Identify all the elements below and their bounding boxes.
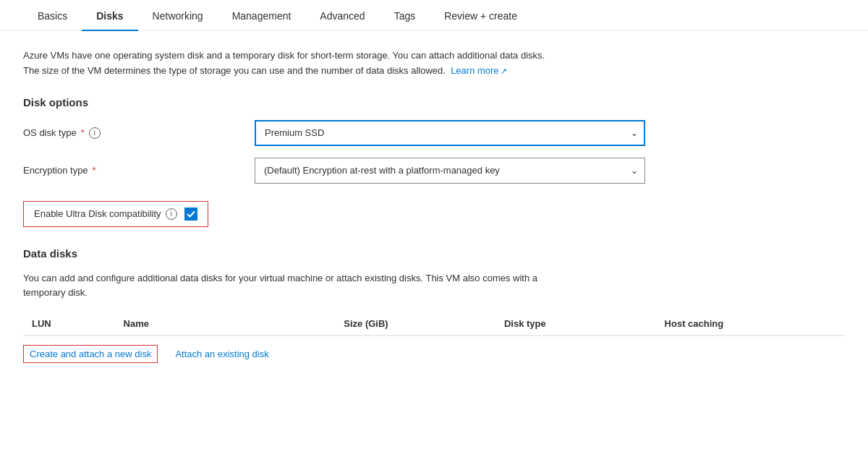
tab-disks[interactable]: Disks <box>82 0 137 30</box>
os-disk-type-select-wrapper: Premium SSD Standard SSD Standard HDD ⌄ <box>255 120 645 146</box>
col-lun: LUN <box>23 312 124 336</box>
col-host-caching: Host caching <box>665 312 845 336</box>
tab-review-create[interactable]: Review + create <box>430 0 532 30</box>
ultra-disk-row: Enable Ultra Disk compatibility i <box>23 201 208 227</box>
data-disks-header: Data disks <box>23 247 845 260</box>
attach-existing-disk-link[interactable]: Attach an existing disk <box>175 349 268 359</box>
learn-more-link[interactable]: Learn more↗ <box>451 65 506 76</box>
ultra-disk-checkbox[interactable] <box>184 208 197 221</box>
tab-basics[interactable]: Basics <box>23 0 82 30</box>
data-disks-section: Data disks You can add and configure add… <box>23 247 845 364</box>
data-disks-table: LUN Name Size (GiB) Disk type Host cachi… <box>23 312 845 336</box>
col-name: Name <box>124 312 344 336</box>
encryption-type-select-wrapper: (Default) Encryption at-rest with a plat… <box>255 158 645 184</box>
page-description: Azure VMs have one operating system disk… <box>23 48 819 79</box>
disk-options-header: Disk options <box>23 96 845 108</box>
description-line1: Azure VMs have one operating system disk… <box>23 50 545 61</box>
encryption-type-label: Encryption type * <box>23 165 255 176</box>
main-content: Azure VMs have one operating system disk… <box>0 31 868 395</box>
external-link-icon: ↗ <box>501 67 507 75</box>
os-disk-required-star: * <box>81 127 85 138</box>
ultra-disk-info-icon[interactable]: i <box>166 208 177 220</box>
data-disks-description: You can add and configure additional dat… <box>23 271 746 302</box>
os-disk-type-select[interactable]: Premium SSD Standard SSD Standard HDD <box>255 120 645 146</box>
os-disk-type-row: OS disk type * i Premium SSD Standard SS… <box>23 120 845 146</box>
col-disk-type: Disk type <box>504 312 665 336</box>
ultra-disk-label: Enable Ultra Disk compatibility i <box>34 208 177 220</box>
table-header-row: LUN Name Size (GiB) Disk type Host cachi… <box>23 312 845 336</box>
create-attach-new-disk-link[interactable]: Create and attach a new disk <box>23 345 158 363</box>
encryption-type-select[interactable]: (Default) Encryption at-rest with a plat… <box>255 158 645 184</box>
description-line2: The size of the VM determines the type o… <box>23 65 446 76</box>
tab-tags[interactable]: Tags <box>380 0 430 30</box>
os-disk-type-label: OS disk type * i <box>23 127 255 139</box>
disk-options-section: Disk options OS disk type * i Premium SS… <box>23 96 845 184</box>
tab-networking[interactable]: Networking <box>138 0 218 30</box>
encryption-required-star: * <box>93 165 96 176</box>
col-size: Size (GiB) <box>344 312 504 336</box>
tab-bar: Basics Disks Networking Management Advan… <box>0 0 868 31</box>
action-links-row: Create and attach a new disk Attach an e… <box>23 336 845 363</box>
os-disk-info-icon[interactable]: i <box>89 127 101 139</box>
tab-advanced[interactable]: Advanced <box>305 0 379 30</box>
encryption-type-row: Encryption type * (Default) Encryption a… <box>23 158 845 184</box>
tab-management[interactable]: Management <box>218 0 306 30</box>
